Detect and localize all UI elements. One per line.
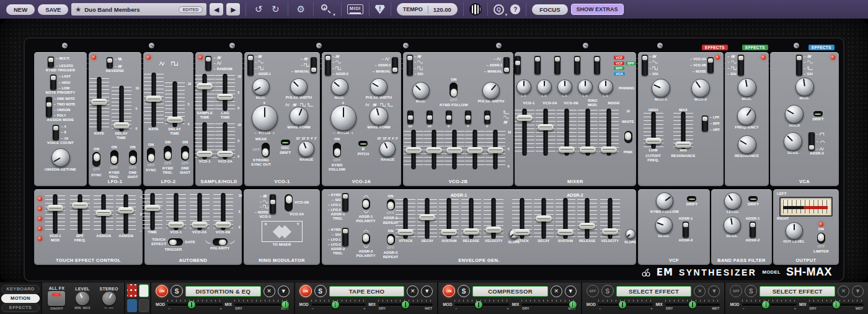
pan-knob-noise[interactable] — [598, 79, 613, 94]
effects-badge-bpf[interactable]: EFFECTS — [742, 45, 768, 50]
autobend-time-slider[interactable] — [144, 194, 161, 229]
mixer-route-switch-ring[interactable] — [574, 56, 580, 74]
vco2b-mod-knob[interactable] — [412, 82, 430, 99]
kybd-trigger-switch[interactable] — [48, 56, 54, 68]
sh-vco1-slider[interactable] — [197, 123, 213, 158]
vco2b-pw-source-switch[interactable] — [503, 57, 510, 73]
bpf-drift-button[interactable] — [748, 196, 758, 202]
fx-power-button[interactable]: ON — [156, 285, 168, 297]
vco2b-wave-switch-8[interactable] — [446, 110, 452, 124]
touch-bpf-freq-slider[interactable] — [72, 195, 88, 233]
autobend-vco2b-slider[interactable] — [215, 194, 231, 229]
lfo2-rate-slider[interactable] — [146, 74, 162, 126]
vcf-sens-knob[interactable] — [655, 217, 673, 234]
lfo1-rate-slider[interactable] — [91, 78, 107, 130]
mixer-level-ring[interactable] — [580, 110, 596, 155]
fx-mix-slider[interactable]: DRYWET — [378, 299, 433, 310]
vcf-kybd-follow-knob[interactable] — [656, 192, 673, 210]
tab-motion[interactable]: MOTION — [1, 294, 40, 303]
zoom-icon[interactable]: + — [319, 3, 332, 16]
lfo1-kybd-trig-switch[interactable] — [110, 150, 118, 165]
fx-solo-button[interactable]: S — [601, 285, 614, 297]
effects-badge-vcf[interactable]: EFFECTS — [702, 45, 728, 50]
adsr1-repeat-switch[interactable] — [387, 199, 395, 210]
vco2b-wave-switch-2[interactable] — [484, 110, 490, 124]
virtual-keyboard-icon[interactable] — [469, 3, 482, 16]
vca-drift-button[interactable] — [813, 111, 823, 117]
mixer-level-vco1[interactable] — [516, 110, 533, 155]
pan-knob-vco1[interactable] — [516, 79, 531, 94]
vco2b-wave-switch-4[interactable] — [465, 110, 471, 124]
sample-hold-source-switch[interactable] — [205, 56, 211, 71]
vcf-mod1-source-switch[interactable] — [642, 55, 648, 76]
fx-select-dropdown[interactable]: ▼ — [565, 285, 577, 297]
fx-solo-button[interactable]: S — [170, 285, 183, 297]
prev-preset-button[interactable]: ◀ — [210, 3, 223, 16]
lfo1-delay-slider[interactable] — [113, 87, 130, 130]
vco2a-b-pitch-button[interactable] — [358, 141, 368, 146]
next-preset-button[interactable]: ▶ — [226, 3, 240, 16]
fx-effect-name[interactable]: SELECT EFFECT — [760, 286, 835, 297]
lfo1-one-shot-switch[interactable] — [129, 150, 137, 165]
fx-grid-button-2[interactable] — [139, 284, 149, 297]
lfo1-sync-switch[interactable] — [92, 152, 100, 167]
adsr1-trig-switch[interactable] — [342, 193, 348, 212]
fx-mix-slider[interactable]: DRYWET — [809, 299, 864, 310]
fx-effect-name[interactable]: SELECT EFFECT — [616, 286, 692, 297]
vca-envelope-switch[interactable] — [808, 132, 815, 151]
fx-stereo-knob[interactable] — [102, 292, 116, 305]
vca-mod-knob[interactable] — [795, 78, 814, 96]
sh-vco2a-slider[interactable] — [217, 123, 233, 158]
fx-select-dropdown[interactable]: ▼ — [278, 285, 290, 297]
lag-time-slider[interactable] — [217, 75, 233, 110]
fx-grid-button-3[interactable] — [127, 299, 137, 312]
vco2b-level-slider-32[interactable] — [405, 131, 422, 168]
help-icon[interactable]: ? — [510, 4, 520, 14]
vco1-mod-knob[interactable] — [252, 78, 270, 96]
fx-select-dropdown[interactable]: ▼ — [708, 285, 720, 297]
vco2b-level-slider-4[interactable] — [467, 131, 483, 168]
fx-solo-button[interactable]: S — [314, 285, 327, 297]
vco2b-wave-switch-32[interactable] — [407, 110, 414, 124]
touch-assign2-slider[interactable] — [118, 195, 134, 233]
lfo2-delay-slider[interactable] — [167, 83, 183, 126]
vco1-sync-switch[interactable] — [262, 143, 270, 158]
adsr2-velocity-slider[interactable] — [602, 199, 618, 238]
ringmod-y-switch[interactable] — [285, 194, 293, 212]
fx-remove-button[interactable]: ✕ — [407, 285, 418, 297]
mixer-route-switch-vco2b[interactable] — [554, 56, 560, 74]
fx-mod-slider[interactable]: –+ — [311, 299, 366, 310]
vca-hold-knob[interactable] — [785, 105, 804, 123]
mixer-route-switch-vco1[interactable] — [515, 56, 521, 74]
mixer-route-switch-noise[interactable] — [594, 56, 600, 74]
vco2a-mod-knob[interactable] — [331, 78, 348, 96]
vco2a-kybd-follow-switch[interactable] — [333, 143, 341, 158]
vco2a-waveform-knob[interactable] — [370, 107, 388, 125]
vcf-mode-switch[interactable] — [702, 115, 708, 132]
vco2a-mod-source-switch[interactable] — [325, 55, 331, 76]
fx-solo-button[interactable]: S — [458, 285, 470, 297]
lfo2-kybd-trig-switch[interactable] — [164, 146, 172, 161]
fx-mix-slider[interactable]: DRYWET — [521, 299, 576, 310]
fx-power-button[interactable]: ON — [443, 285, 455, 297]
vco2b-mod-source-switch[interactable] — [407, 55, 413, 76]
vco2a-pw-source-switch[interactable] — [392, 57, 398, 73]
noise-color-switch[interactable] — [624, 131, 632, 143]
vco1-mod-source-switch[interactable] — [247, 55, 254, 76]
vco2b-kybd-follow-switch[interactable] — [450, 83, 458, 97]
pan-knob-vco2a[interactable] — [537, 79, 552, 94]
vco2a-pitch-knob[interactable] — [330, 105, 356, 131]
tempo-value[interactable]: 120.00 — [433, 6, 451, 13]
save-button[interactable]: SAVE — [38, 4, 68, 15]
sample-time-slider[interactable] — [197, 75, 213, 110]
fx-remove-button[interactable]: ✕ — [264, 285, 275, 297]
show-extras-button[interactable]: SHOW EXTRAS — [571, 4, 624, 15]
fx-mod-slider[interactable]: –+ — [598, 299, 653, 310]
vcf-mod1-knob[interactable] — [652, 79, 670, 97]
autobend-vco1-slider[interactable] — [168, 194, 184, 229]
bpf-level-knob[interactable] — [724, 192, 742, 210]
fx-effect-name[interactable]: TAPE ECHO — [329, 286, 405, 297]
vco2b-pulse-width-knob[interactable] — [482, 82, 500, 99]
adsr1-sustain-slider[interactable] — [441, 199, 457, 238]
new-button[interactable]: NEW — [6, 4, 35, 15]
